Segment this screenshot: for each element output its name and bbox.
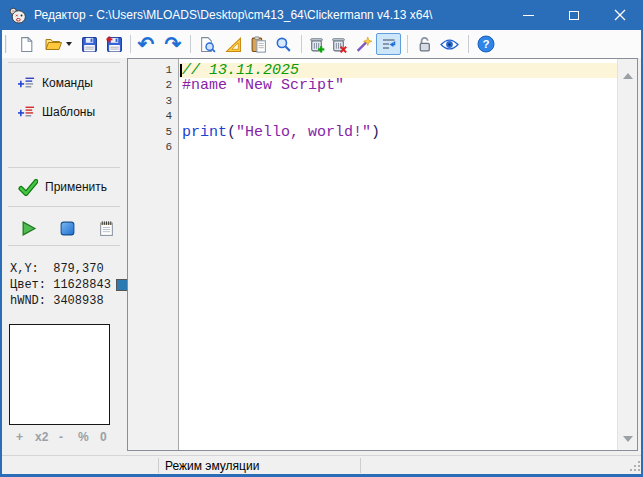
line-number: 1 [128, 63, 178, 78]
code-line-1[interactable]: // 13.11.2025 [179, 63, 617, 78]
minimize-button[interactable] [505, 0, 551, 30]
sidebar: Команды Шаблоны Применить [2, 58, 127, 455]
code-line-6[interactable] [179, 140, 617, 155]
code-line-3[interactable] [179, 94, 617, 109]
scroll-down-arrow[interactable] [623, 436, 633, 442]
pixel-color: Цвет: 11628843 [10, 278, 128, 292]
commands-list-icon [18, 75, 35, 91]
line-number: 2 [128, 78, 178, 93]
line-number: 4 [128, 109, 178, 124]
cursor-coords: X,Y: 879,370 [10, 262, 104, 276]
run-button[interactable] [20, 218, 37, 238]
paste-button[interactable] [245, 32, 271, 56]
hwnd-value: 3408938 [53, 294, 103, 308]
punct-token: ) [371, 124, 380, 141]
save-script-button[interactable] [76, 32, 102, 56]
log-button[interactable] [98, 218, 115, 238]
apply-check-icon [18, 179, 38, 196]
save-icon [81, 36, 98, 53]
code-line-2[interactable]: #name "New Script" [179, 78, 617, 93]
vertical-scrollbar[interactable] [617, 59, 637, 450]
stop-button[interactable] [59, 218, 76, 238]
templates-link[interactable]: Шаблоны [18, 103, 95, 121]
magnifier-preview [9, 324, 110, 425]
maximize-button[interactable] [551, 0, 597, 30]
redo-button[interactable]: ↷ [160, 32, 186, 56]
undo-button[interactable]: ↶ [133, 32, 159, 56]
editor-window: Редактор - C:\Users\MLOADS\Desktop\cm413… [0, 0, 643, 477]
watch-button[interactable] [436, 32, 462, 56]
ruler-button[interactable] [220, 32, 246, 56]
search-button[interactable] [270, 32, 296, 56]
window-title: Редактор - C:\Users\MLOADS\Desktop\cm413… [34, 8, 432, 22]
magic-wand-icon [355, 36, 372, 53]
pixel-color-value: 11628843 [53, 278, 111, 292]
line-number: 6 [128, 140, 178, 155]
magic-wand-button[interactable] [350, 32, 376, 56]
templates-label: Шаблоны [42, 105, 95, 119]
resize-grip[interactable] [630, 461, 640, 471]
svg-text:?: ? [482, 38, 489, 50]
redo-icon: ↷ [165, 34, 182, 54]
code-area[interactable]: // 13.11.2025 #name "New Script" print("… [179, 59, 617, 450]
code-editor[interactable]: 1 2 3 4 5 6 // 13.11.2025 #name "New Scr… [127, 58, 638, 451]
lock-open-icon [416, 36, 433, 53]
new-script-button[interactable] [13, 32, 39, 56]
help-button[interactable]: ? [473, 32, 499, 56]
lock-button[interactable] [411, 32, 437, 56]
code-line-5[interactable]: print("Hello, world!") [179, 125, 617, 140]
zoom-in-button[interactable]: + [16, 430, 23, 444]
log-notepad-icon [98, 220, 115, 237]
toolbar-gripper[interactable] [5, 35, 7, 53]
preview-icon [199, 36, 216, 53]
trash-clear-button[interactable] [325, 32, 351, 56]
new-file-icon [18, 36, 35, 53]
search-icon [275, 36, 292, 53]
titlebar[interactable]: Редактор - C:\Users\MLOADS\Desktop\cm413… [0, 0, 643, 30]
templates-list-icon [18, 104, 35, 120]
code-line-4[interactable] [179, 109, 617, 124]
save-as-button[interactable] [101, 32, 127, 56]
help-icon: ? [477, 35, 495, 53]
content: Команды Шаблоны Применить [0, 58, 643, 455]
line-number: 5 [128, 125, 178, 140]
app-icon [9, 7, 26, 24]
trash-add-icon [308, 36, 325, 53]
string-token: "Hello, world!" [236, 124, 371, 141]
word-wrap-icon [381, 36, 397, 52]
line-number-gutter: 1 2 3 4 5 6 [128, 59, 179, 450]
line-number: 3 [128, 94, 178, 109]
apply-label: Применить [45, 180, 107, 194]
function-token: print [182, 124, 227, 141]
apply-button[interactable]: Применить [18, 178, 107, 196]
open-folder-icon [44, 36, 63, 52]
zoom-factor-label[interactable]: x2 [35, 430, 48, 444]
percent-button[interactable]: % [78, 430, 89, 444]
commands-link[interactable]: Команды [18, 74, 93, 92]
preview-button[interactable] [194, 32, 220, 56]
counter-label: 0 [100, 430, 107, 444]
string-token: "New Script" [236, 77, 344, 94]
eye-icon [440, 38, 459, 51]
commands-label: Команды [42, 76, 93, 90]
zoom-out-button[interactable]: - [59, 430, 63, 444]
hwnd: hWND: 3408938 [10, 294, 104, 308]
word-wrap-toggle[interactable] [376, 33, 401, 55]
paste-icon [250, 36, 267, 53]
stop-icon [59, 220, 76, 237]
directive-token: #name [182, 77, 227, 94]
status-mode: Режим эмуляции [165, 456, 259, 475]
punct-token: ( [227, 124, 236, 141]
open-script-button[interactable] [39, 32, 76, 56]
trash-clear-icon [330, 36, 347, 53]
scroll-up-arrow[interactable] [623, 73, 633, 79]
play-icon [20, 220, 37, 237]
ruler-icon [225, 36, 242, 53]
text-caret [180, 64, 182, 77]
open-dropdown-arrow[interactable] [66, 42, 72, 46]
close-button[interactable] [597, 0, 643, 30]
close-icon [614, 9, 626, 21]
cursor-coords-value: 879,370 [53, 262, 103, 276]
save-as-icon [106, 36, 123, 53]
statusbar: Режим эмуляции [0, 455, 643, 474]
